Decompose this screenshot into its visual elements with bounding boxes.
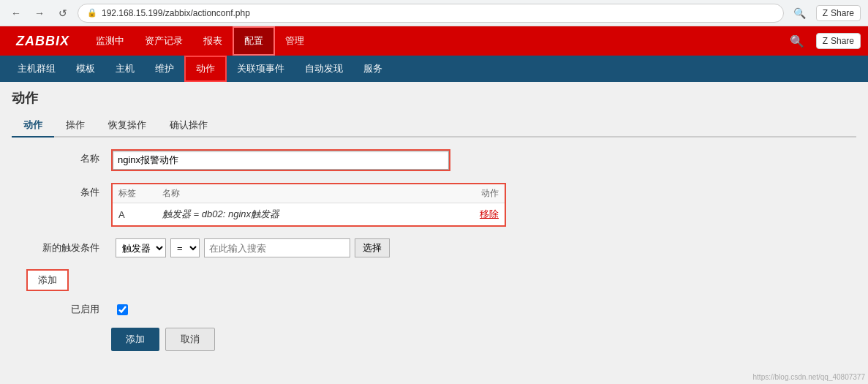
forward-button[interactable]: → (31, 4, 48, 22)
lock-icon: 🔒 (87, 8, 97, 18)
conditions-row: 条件 标签 名称 动作 A 触发器 = db02: nginx触发器 移除 (12, 183, 856, 227)
tab-operations[interactable]: 操作 (54, 114, 97, 138)
enabled-row: 已启用 (12, 303, 856, 316)
share-button[interactable]: Z Share (816, 5, 861, 21)
sub-nav-maintenance[interactable]: 维护 (145, 56, 184, 82)
tab-recovery-ops[interactable]: 恢复操作 (97, 114, 158, 138)
add-outline-wrap: 添加 (12, 269, 856, 303)
zabbix-logo: ZABBIX (7, 29, 78, 53)
enabled-checkbox[interactable] (117, 304, 128, 315)
trigger-type-select[interactable]: 触发器 (116, 238, 166, 257)
page-title: 动作 (12, 89, 856, 107)
top-nav-right: 🔍 Z Share (784, 31, 861, 51)
sub-nav-hosts[interactable]: 主机 (105, 56, 145, 82)
top-nav-admin[interactable]: 管理 (275, 26, 314, 56)
cond-header-action: 动作 (455, 187, 499, 200)
cond-label-a: A (118, 209, 162, 220)
top-share-icon: Z (823, 36, 828, 46)
sub-nav-hostgroups[interactable]: 主机群组 (7, 56, 66, 82)
sub-nav-templates[interactable]: 模板 (66, 56, 105, 82)
cond-name-a: 触发器 = db02: nginx触发器 (162, 208, 455, 221)
conditions-label: 条件 (26, 183, 99, 199)
conditions-box: 标签 名称 动作 A 触发器 = db02: nginx触发器 移除 (111, 183, 506, 227)
page-content: 动作 动作 操作 恢复操作 确认操作 名称 条件 标签 名称 动作 A 触发器 … (0, 82, 868, 370)
sub-nav-discovery[interactable]: 自动发现 (295, 56, 353, 82)
share-label: Share (831, 8, 854, 18)
name-input-wrap (111, 149, 450, 171)
tab-actions[interactable]: 动作 (12, 114, 54, 138)
cond-header-label: 标签 (118, 187, 162, 200)
remove-condition-link[interactable]: 移除 (480, 208, 499, 219)
bottom-buttons: 添加 取消 (12, 328, 856, 351)
cond-action-a: 移除 (455, 208, 499, 221)
new-cond-label: 新的触发条件 (26, 241, 99, 255)
address-bar: 🔒 192.168.15.199/zabbix/actionconf.php (78, 4, 784, 23)
conditions-header: 标签 名称 动作 (113, 184, 505, 203)
browser-search-button[interactable]: 🔍 (790, 3, 810, 23)
browser-bar: ← → ↺ 🔒 192.168.15.199/zabbix/actionconf… (0, 0, 868, 26)
cancel-button[interactable]: 取消 (165, 328, 215, 351)
share-icon: Z (823, 8, 828, 18)
name-label: 名称 (26, 149, 99, 165)
top-nav-assets[interactable]: 资产记录 (135, 26, 193, 56)
top-share-button[interactable]: Z Share (816, 33, 861, 49)
new-cond-row: 新的触发条件 触发器 = 选择 (12, 238, 856, 257)
top-nav-reports[interactable]: 报表 (193, 26, 233, 56)
top-nav-monitor[interactable]: 监测中 (86, 26, 135, 56)
top-search-button[interactable]: 🔍 (784, 31, 810, 51)
operator-select[interactable]: = (170, 238, 200, 257)
name-input[interactable] (113, 151, 449, 170)
sub-nav-actions[interactable]: 动作 (184, 56, 227, 82)
top-nav: ZABBIX 监测中 资产记录 报表 配置 管理 🔍 Z Share (0, 26, 868, 56)
watermark: https://blog.csdn.net/qq_40807377 (753, 373, 865, 381)
tab-ack-ops[interactable]: 确认操作 (158, 114, 219, 138)
sub-nav-services[interactable]: 服务 (353, 56, 393, 82)
top-nav-config[interactable]: 配置 (233, 26, 275, 56)
sub-nav-correlations[interactable]: 关联项事件 (227, 56, 295, 82)
reload-button[interactable]: ↺ (54, 4, 72, 22)
enabled-label: 已启用 (26, 303, 99, 316)
add-button[interactable]: 添加 (111, 328, 159, 351)
cond-header-name: 名称 (162, 187, 455, 200)
condition-row: A 触发器 = db02: nginx触发器 移除 (113, 203, 505, 225)
add-condition-button[interactable]: 添加 (26, 269, 69, 291)
select-trigger-button[interactable]: 选择 (355, 238, 390, 257)
trigger-search-input[interactable] (204, 238, 350, 257)
back-button[interactable]: ← (7, 4, 25, 22)
address-text: 192.168.15.199/zabbix/actionconf.php (102, 8, 250, 18)
sub-nav: 主机群组 模板 主机 维护 动作 关联项事件 自动发现 服务 (0, 56, 868, 82)
name-row: 名称 (12, 149, 856, 171)
top-share-label: Share (831, 36, 854, 46)
tab-bar: 动作 操作 恢复操作 确认操作 (12, 114, 856, 138)
